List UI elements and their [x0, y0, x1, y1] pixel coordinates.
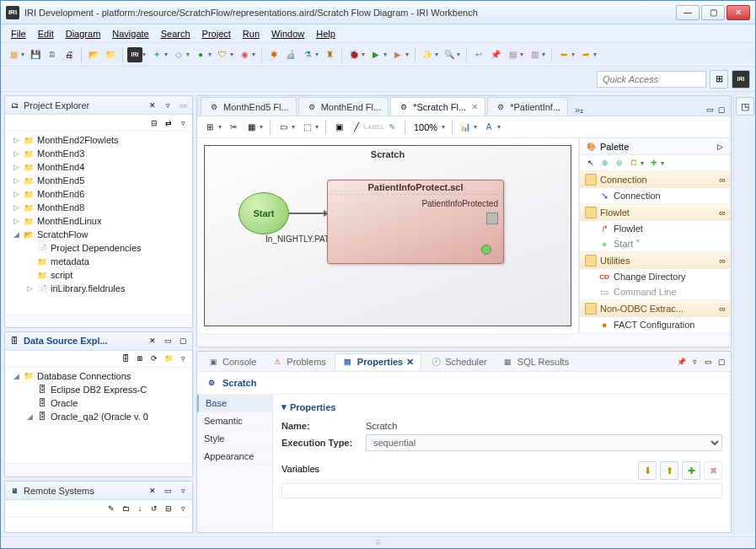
dtb7-icon[interactable]: ╱	[349, 120, 364, 135]
save-all-icon[interactable]: 🗎	[45, 47, 60, 62]
var-add-button[interactable]: ✚	[682, 461, 700, 480]
drawer-pin-icon[interactable]: ∞	[719, 207, 726, 218]
new-tool-icon[interactable]: ✚	[648, 157, 660, 169]
menu-help[interactable]: Help	[311, 27, 340, 40]
search-icon[interactable]: 🔍	[442, 47, 457, 62]
zoom-in-icon[interactable]: ⊕	[599, 157, 611, 169]
close-view-icon[interactable]: ✕	[147, 335, 158, 347]
dse-tb2-icon[interactable]: 🗎	[134, 353, 146, 364]
tree-item[interactable]: ▷📁MonthEndLinux	[8, 214, 189, 228]
tab-console[interactable]: ▣Console	[201, 354, 263, 369]
palette-collapse-icon[interactable]: ▷	[714, 141, 726, 153]
nav-arrow-icon[interactable]: ↩	[471, 47, 486, 62]
maximize-view-icon[interactable]: ▢	[177, 335, 189, 347]
side-tab-base[interactable]: Base	[197, 395, 272, 412]
pin-icon[interactable]: 📌	[675, 356, 687, 368]
maximize-view-icon[interactable]: ▢	[716, 356, 727, 368]
drawer-header[interactable]: Flowlet∞	[580, 204, 731, 221]
tree-item[interactable]: 📁script	[8, 268, 189, 282]
pin-icon[interactable]: 📌	[488, 47, 503, 62]
minimize-view-icon[interactable]: ▭	[177, 100, 189, 111]
tool2-icon[interactable]: ◇	[171, 47, 186, 62]
zoom-out-icon[interactable]: ⊖	[614, 157, 625, 169]
run-icon[interactable]: ▶	[368, 47, 383, 62]
zoom-value[interactable]: 100%	[410, 122, 441, 132]
perspective-iri-icon[interactable]: IRI	[732, 70, 750, 89]
dtb6-icon[interactable]: ▣	[331, 120, 346, 135]
close-view-icon[interactable]: ✕	[147, 100, 158, 111]
nav3-icon[interactable]: ▥	[527, 47, 542, 62]
palette-item[interactable]: ●Start ˅	[580, 236, 731, 251]
back-icon[interactable]: ⬅	[556, 47, 571, 62]
view-menu-icon[interactable]: ▿	[162, 100, 174, 111]
tool1-icon[interactable]: ✦	[149, 47, 164, 62]
tree-item[interactable]: ▷📁MonthEnd4	[8, 160, 189, 174]
rs-tb5-icon[interactable]: ⊟	[163, 503, 174, 514]
tree-item[interactable]: 🗄Eclipse DB2 Express-C	[8, 383, 189, 396]
rs-tb1-icon[interactable]: ✎	[105, 503, 117, 514]
dtb9-icon[interactable]: ✎	[384, 120, 399, 135]
side-tab-appearance[interactable]: Appearance	[197, 448, 272, 466]
palette-item[interactable]: ●FACT Configuration	[580, 317, 731, 332]
select-tool-icon[interactable]: ↖	[585, 157, 597, 169]
collapse-all-icon[interactable]: ⊟	[148, 117, 160, 129]
drawer-pin-icon[interactable]: ∞	[719, 304, 726, 314]
dtb1-icon[interactable]: ⊞	[202, 120, 217, 135]
side-tab-semantic[interactable]: Semantic	[197, 412, 272, 430]
rs-tb4-icon[interactable]: ↺	[148, 503, 160, 514]
tool8-icon[interactable]: ⚗	[300, 47, 315, 62]
tree-item[interactable]: ▷📁MonthEnd8	[8, 201, 189, 214]
rs-menu-icon[interactable]: ▿	[177, 503, 189, 514]
tool9-icon[interactable]: ♜	[322, 47, 337, 62]
status-resize-grip[interactable]: ⠿	[1, 536, 755, 548]
tab-properties[interactable]: ▤Properties✕	[335, 353, 421, 370]
tree-item[interactable]: ◢📂ScratchFlow	[8, 228, 189, 241]
palette-item[interactable]: ↱Flowlet	[580, 221, 731, 236]
drawer-header[interactable]: Utilities∞	[580, 252, 731, 269]
menu-file[interactable]: File	[6, 27, 31, 40]
tool7-icon[interactable]: 🔬	[283, 47, 298, 62]
tree-item[interactable]: ▷📁MonthEnd2Flowlets	[8, 133, 189, 147]
save-icon[interactable]: 💾	[28, 47, 43, 62]
dse-menu-icon[interactable]: ▿	[177, 353, 189, 364]
palette-item[interactable]: ▭Command Line	[580, 284, 731, 299]
menu-run[interactable]: Run	[238, 27, 265, 40]
debug-icon[interactable]: 🐞	[346, 47, 362, 62]
tree-item[interactable]: ▷📁MonthEnd3	[8, 147, 189, 160]
tab-problems[interactable]: ⚠Problems	[265, 354, 332, 369]
side-tab-style[interactable]: Style	[197, 430, 272, 448]
rs-tb3-icon[interactable]: ↓	[134, 503, 146, 514]
forward-icon[interactable]: ➡	[578, 47, 593, 62]
link-editor-icon[interactable]: ⇄	[163, 117, 174, 129]
drawer-pin-icon[interactable]: ∞	[719, 256, 726, 266]
tool3-icon[interactable]: ●	[193, 47, 208, 62]
tree-item[interactable]: ▷📁MonthEnd6	[8, 187, 189, 201]
dse-tb1-icon[interactable]: 🗄	[120, 353, 131, 364]
maximize-editor-icon[interactable]: ▢	[716, 104, 727, 116]
rs-tb2-icon[interactable]: 🗀	[120, 503, 131, 514]
tool6-icon[interactable]: ✱	[266, 47, 281, 62]
dtb3-icon[interactable]: ▦	[244, 120, 259, 135]
close-tab-icon[interactable]: ✕	[471, 102, 478, 111]
task-node[interactable]: PatientInfoProtect.scl PatientInfoProtec…	[327, 180, 504, 264]
tree-item[interactable]: ◢🗄Oracle_qa2 (Oracle v. 0	[8, 410, 189, 423]
view-dropdown-icon[interactable]: ▿	[177, 117, 189, 129]
var-remove-button[interactable]: ✖	[704, 461, 722, 480]
tree-item[interactable]: 📁metadata	[8, 255, 189, 268]
dtb4-icon[interactable]: ▭	[276, 120, 291, 135]
note-tool-icon[interactable]: 🗒	[628, 157, 640, 169]
view-menu-icon[interactable]: ▿	[177, 485, 189, 497]
tree-item[interactable]: ◢📁Database Connections	[8, 369, 189, 383]
maximize-button[interactable]: ▢	[701, 5, 725, 20]
var-up-button[interactable]: ⬆	[660, 461, 678, 480]
minimize-editor-icon[interactable]: ▭	[704, 104, 716, 116]
nav2-icon[interactable]: ▤	[505, 47, 520, 62]
iri-icon[interactable]: IRI	[127, 47, 142, 62]
minimize-button[interactable]: —	[676, 5, 700, 20]
editor-tab[interactable]: ⚙MonthEnd5 Fl...	[201, 97, 297, 116]
outline-view-icon[interactable]: ◳	[736, 97, 754, 116]
start-node[interactable]: Start	[239, 192, 289, 234]
file-output-icon[interactable]	[486, 213, 498, 224]
project-tree[interactable]: ▷📁MonthEnd2Flowlets ▷📁MonthEnd3 ▷📁MonthE…	[5, 132, 192, 314]
close-view-icon[interactable]: ✕	[147, 485, 158, 497]
